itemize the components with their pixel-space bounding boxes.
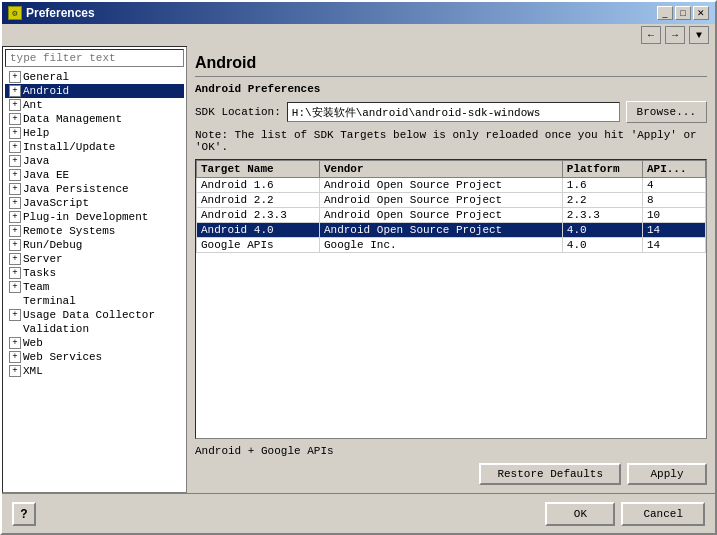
sidebar-item-label-run-debug: Run/Debug [23, 239, 82, 251]
table-header-row: Target Name Vendor Platform API... [197, 161, 706, 178]
sidebar-item-label-remote-systems: Remote Systems [23, 225, 115, 237]
sidebar-item-server[interactable]: + Server [5, 252, 184, 266]
table-row[interactable]: Android 4.0 Android Open Source Project … [197, 223, 706, 238]
maximize-button[interactable]: □ [675, 6, 691, 20]
sidebar-item-label-web: Web [23, 337, 43, 349]
expand-icon-android: + [9, 85, 21, 97]
sidebar-item-android[interactable]: + Android [5, 84, 184, 98]
bottom-right-buttons: OK Cancel [545, 502, 705, 526]
table-row[interactable]: Android 2.2 Android Open Source Project … [197, 193, 706, 208]
sidebar-item-xml[interactable]: + XML [5, 364, 184, 378]
cell-vendor-0: Android Open Source Project [319, 178, 562, 193]
title-buttons: _ □ ✕ [657, 6, 709, 20]
sidebar-item-javascript[interactable]: + JavaScript [5, 196, 184, 210]
sidebar-item-label-server: Server [23, 253, 63, 265]
cell-platform-1: 2.2 [562, 193, 642, 208]
expand-icon-javascript: + [9, 197, 21, 209]
sdk-input[interactable] [287, 102, 620, 122]
cancel-button[interactable]: Cancel [621, 502, 705, 526]
expand-icon-java: + [9, 155, 21, 167]
expand-icon-web: + [9, 337, 21, 349]
apply-button[interactable]: Apply [627, 463, 707, 485]
bottom-bar: ? OK Cancel [2, 493, 715, 533]
sidebar-item-data-management[interactable]: + Data Management [5, 112, 184, 126]
sdk-row: SDK Location: Browse... [195, 101, 707, 123]
sidebar-item-java-ee[interactable]: + Java EE [5, 168, 184, 182]
cell-target-2: Android 2.3.3 [197, 208, 320, 223]
sidebar-item-java-persistence[interactable]: + Java Persistence [5, 182, 184, 196]
cell-target-3: Android 4.0 [197, 223, 320, 238]
back-button[interactable]: ← [641, 26, 661, 44]
cell-api-4: 14 [642, 238, 705, 253]
sidebar-item-plugin-development[interactable]: + Plug-in Development [5, 210, 184, 224]
sidebar-item-usage-data-collector[interactable]: + Usage Data Collector [5, 308, 184, 322]
expand-icon-web-services: + [9, 351, 21, 363]
sidebar-item-label-validation: Validation [23, 323, 89, 335]
expand-icon-help: + [9, 127, 21, 139]
sidebar: + General + Android + Ant + Data Managem… [2, 46, 187, 493]
forward-button[interactable]: → [665, 26, 685, 44]
expand-icon-java-persistence: + [9, 183, 21, 195]
cell-api-0: 4 [642, 178, 705, 193]
cell-api-3: 14 [642, 223, 705, 238]
section-label: Android Preferences [195, 83, 707, 95]
nav-bar: ← → ▼ [2, 24, 715, 46]
col-header-api: API... [642, 161, 705, 178]
cell-platform-4: 4.0 [562, 238, 642, 253]
expand-icon-team: + [9, 281, 21, 293]
sidebar-item-remote-systems[interactable]: + Remote Systems [5, 224, 184, 238]
sidebar-item-label-usage-data-collector: Usage Data Collector [23, 309, 155, 321]
expand-icon-remote-systems: + [9, 225, 21, 237]
sidebar-item-label-web-services: Web Services [23, 351, 102, 363]
table-row[interactable]: Google APIs Google Inc. 4.0 14 [197, 238, 706, 253]
cell-api-1: 8 [642, 193, 705, 208]
sdk-label: SDK Location: [195, 106, 281, 118]
expand-icon-install-update: + [9, 141, 21, 153]
browse-button[interactable]: Browse... [626, 101, 707, 123]
dropdown-button[interactable]: ▼ [689, 26, 709, 44]
window-body: ← → ▼ + General + Android + Ant [2, 24, 715, 533]
sidebar-item-label-java: Java [23, 155, 49, 167]
cell-vendor-4: Google Inc. [319, 238, 562, 253]
cell-platform-3: 4.0 [562, 223, 642, 238]
cell-target-1: Android 2.2 [197, 193, 320, 208]
sidebar-item-java[interactable]: + Java [5, 154, 184, 168]
sidebar-item-label-tasks: Tasks [23, 267, 56, 279]
content-title: Android [195, 54, 707, 77]
table-row[interactable]: Android 2.3.3 Android Open Source Projec… [197, 208, 706, 223]
restore-defaults-button[interactable]: Restore Defaults [479, 463, 621, 485]
sidebar-item-team[interactable]: + Team [5, 280, 184, 294]
expand-icon-data-management: + [9, 113, 21, 125]
sidebar-item-label-terminal: Terminal [23, 295, 76, 307]
help-button[interactable]: ? [12, 502, 36, 526]
cell-target-0: Android 1.6 [197, 178, 320, 193]
sidebar-item-tasks[interactable]: + Tasks [5, 266, 184, 280]
sidebar-item-label-team: Team [23, 281, 49, 293]
table-row[interactable]: Android 1.6 Android Open Source Project … [197, 178, 706, 193]
filter-input[interactable] [5, 49, 184, 67]
sidebar-item-ant[interactable]: + Ant [5, 98, 184, 112]
sidebar-item-install-update[interactable]: + Install/Update [5, 140, 184, 154]
content-buttons: Restore Defaults Apply [195, 463, 707, 485]
expand-icon-ant: + [9, 99, 21, 111]
close-button[interactable]: ✕ [693, 6, 709, 20]
sidebar-item-help[interactable]: + Help [5, 126, 184, 140]
sidebar-item-terminal[interactable]: Terminal [5, 294, 184, 308]
sidebar-item-label-xml: XML [23, 365, 43, 377]
sidebar-item-general[interactable]: + General [5, 70, 184, 84]
preferences-window: ⚙ Preferences _ □ ✕ ← → ▼ + General [0, 0, 717, 535]
col-header-platform: Platform [562, 161, 642, 178]
expand-icon-xml: + [9, 365, 21, 377]
sidebar-item-run-debug[interactable]: + Run/Debug [5, 238, 184, 252]
cell-vendor-2: Android Open Source Project [319, 208, 562, 223]
sidebar-item-web[interactable]: + Web [5, 336, 184, 350]
ok-button[interactable]: OK [545, 502, 615, 526]
sidebar-item-label-java-ee: Java EE [23, 169, 69, 181]
sidebar-item-web-services[interactable]: + Web Services [5, 350, 184, 364]
sidebar-item-label-plugin-development: Plug-in Development [23, 211, 148, 223]
sidebar-item-validation[interactable]: Validation [5, 322, 184, 336]
title-bar-left: ⚙ Preferences [8, 6, 95, 20]
sidebar-item-label-java-persistence: Java Persistence [23, 183, 129, 195]
minimize-button[interactable]: _ [657, 6, 673, 20]
expand-icon-java-ee: + [9, 169, 21, 181]
